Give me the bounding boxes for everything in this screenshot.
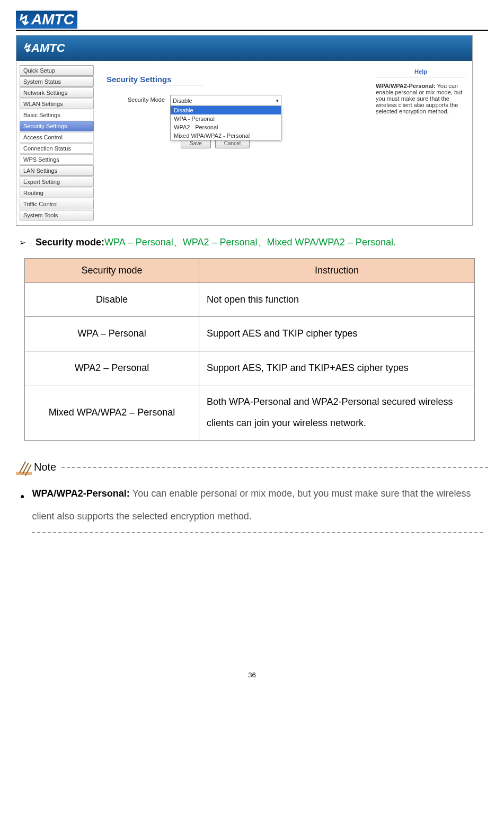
sidebar-item-traffic-control[interactable]: Triffic Control [20, 199, 94, 209]
note-bullet: ● WPA/WPA2-Personal: You can enable pers… [20, 482, 488, 528]
table-row: Disable Not open this function [25, 282, 475, 317]
security-mode-table: Security mode Instruction Disable Not op… [24, 258, 475, 441]
sidebar-item-basic-settings[interactable]: Basic Settings [20, 110, 94, 120]
note-header: Note [16, 460, 488, 475]
help-text: WPA/WPA2-Personal: You can enable person… [376, 83, 466, 114]
bullet-dot-icon: ● [20, 488, 24, 528]
screenshot-body: Quick Setup System Status Network Settin… [16, 61, 472, 225]
sidebar-item-wlan-settings[interactable]: WLAN Settings [20, 99, 94, 109]
select-display[interactable]: Disable ▾ [170, 95, 281, 107]
bullet-content: Security mode:WPA – Personal、WPA2 – Pers… [36, 234, 396, 251]
sidebar-item-system-tools[interactable]: System Tools [20, 210, 94, 220]
table-row: Mixed WPA/WPA2 – Personal Both WPA-Perso… [25, 385, 475, 440]
dropdown-option-mixed[interactable]: Mixed WPA/WPA2 - Personal [171, 131, 281, 140]
main-panel: Security Settings Security Mode Disable … [107, 72, 366, 148]
form-row-security-mode: Security Mode Disable ▾ Disable WPA - Pe… [107, 95, 366, 107]
table-row: WPA2 – Personal Support AES, TKIP and TK… [25, 351, 475, 385]
help-panel: Help WPA/WPA2-Personal: You can enable p… [372, 61, 472, 114]
help-title: Help [376, 68, 466, 77]
dropdown-option-wpa2[interactable]: WPA2 - Personal [171, 123, 281, 131]
note-dash-line [61, 467, 488, 468]
table-cell-desc: Support AES, TKIP and TKIP+AES cipher ty… [199, 351, 475, 385]
table-cell-mode: Disable [25, 282, 199, 317]
page-header: ↯ AMTC [16, 11, 488, 31]
note-text: WPA/WPA2-Personal: You can enable person… [32, 482, 488, 528]
table-cell-desc: Both WPA-Personal and WPA2-Personal secu… [199, 385, 475, 440]
sidebar-item-security-settings[interactable]: Security Settings [20, 121, 94, 131]
select-dropdown: Disable WPA - Personal WPA2 - Personal M… [170, 105, 281, 140]
table-row: WPA – Personal Support AES and TKIP ciph… [25, 317, 475, 351]
table-cell-mode: WPA – Personal [25, 317, 199, 351]
select-value: Disable [173, 98, 192, 104]
note-title: Note [34, 461, 56, 473]
screenshot-logo: ↯ AMTC [22, 41, 65, 55]
arrow-bullet-icon: ➢ [19, 235, 26, 250]
chevron-down-icon: ▾ [276, 98, 279, 103]
dropdown-option-disable[interactable]: Disable [171, 106, 281, 114]
security-mode-select[interactable]: Disable ▾ Disable WPA - Personal WPA2 - … [170, 95, 281, 107]
sidebar-item-network-settings[interactable]: Network Settings [20, 87, 94, 98]
screenshot-logo-text: AMTC [31, 41, 65, 55]
dropdown-option-wpa[interactable]: WPA - Personal [171, 114, 281, 123]
logo-text: AMTC [31, 11, 74, 28]
screenshot-banner: ↯ AMTC [16, 36, 472, 61]
table-head-instruction: Instruction [199, 258, 475, 282]
note-bold: WPA/WPA2-Personal: [32, 488, 132, 499]
table-cell-mode: Mixed WPA/WPA2 – Personal [25, 385, 199, 440]
sidebar-item-expert-setting[interactable]: Expert Setting [20, 176, 94, 187]
sidebar-item-lan-settings[interactable]: LAN Settings [20, 165, 94, 176]
table-head-mode: Security mode [25, 258, 199, 282]
amtc-logo: ↯ AMTC [16, 11, 77, 29]
bolt-icon: ↯ [22, 41, 31, 55]
note-icon [16, 460, 32, 475]
bullet-label: Security mode: [36, 237, 104, 248]
sidebar-item-access-control[interactable]: Access Control [20, 132, 94, 143]
sidebar: Quick Setup System Status Network Settin… [16, 61, 96, 225]
bullet-modes: WPA – Personal、WPA2 – Personal、Mixed WPA… [104, 237, 396, 248]
table-cell-desc: Support AES and TKIP cipher types [199, 317, 475, 351]
sidebar-item-system-status[interactable]: System Status [20, 76, 94, 87]
sidebar-item-connection-status[interactable]: Connection Status [20, 143, 94, 154]
router-ui-screenshot: ↯ AMTC Quick Setup System Status Network… [16, 35, 473, 226]
security-mode-bullet: ➢ Security mode:WPA – Personal、WPA2 – Pe… [19, 234, 488, 251]
main-title: Security Settings [107, 75, 204, 85]
table-cell-desc: Not open this function [199, 282, 475, 317]
note-bottom-dash [32, 532, 483, 533]
page-number: 36 [16, 671, 488, 679]
help-bold: WPA/WPA2-Personal: [376, 83, 436, 89]
sidebar-item-wps-settings[interactable]: WPS Settings [20, 154, 94, 165]
form-label: Security Mode [107, 95, 170, 103]
bolt-icon: ↯ [18, 11, 30, 29]
table-cell-mode: WPA2 – Personal [25, 351, 199, 385]
sidebar-item-routing[interactable]: Routing [20, 188, 94, 198]
sidebar-item-quick-setup[interactable]: Quick Setup [20, 65, 94, 76]
note-block: Note ● WPA/WPA2-Personal: You can enable… [16, 460, 488, 533]
